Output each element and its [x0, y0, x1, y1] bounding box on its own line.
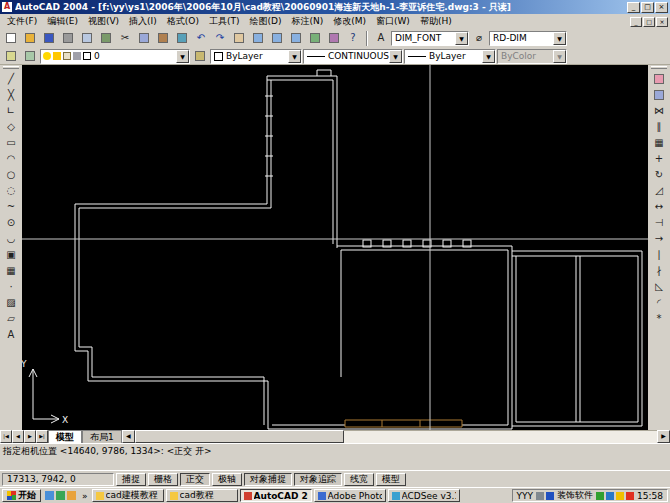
plot-button[interactable] — [59, 31, 77, 46]
combo-arrow-icon[interactable]: ▼ — [288, 50, 301, 63]
ellipse-arc-button[interactable]: ◡ — [2, 231, 20, 246]
pan-realtime-button[interactable] — [230, 31, 248, 46]
task-autocad[interactable]: AutoCAD 200... — [240, 489, 312, 502]
chamfer-button[interactable]: ◺ — [650, 279, 668, 294]
tray-green-app-icon[interactable] — [596, 492, 604, 500]
array-button[interactable]: ▦ — [650, 135, 668, 150]
combo-arrow-icon[interactable]: ▼ — [553, 32, 566, 45]
plot-preview-button[interactable] — [78, 31, 96, 46]
rectangle-button[interactable]: ▭ — [2, 135, 20, 150]
start-button[interactable]: 开始 — [2, 489, 41, 502]
quick-launch-chevron[interactable]: » — [80, 491, 90, 501]
toggle-ortho[interactable]: 正交 — [180, 473, 210, 486]
mdi-minimize-button[interactable]: _ — [630, 17, 642, 27]
circle-button[interactable]: ○ — [2, 167, 20, 182]
extend-button[interactable]: → — [650, 231, 668, 246]
task-adobe-photoshop[interactable]: Adobe Photo... — [314, 489, 386, 502]
region-button[interactable]: ▱ — [2, 311, 20, 326]
spline-button[interactable]: ~ — [2, 199, 20, 214]
fillet-button[interactable]: ◜ — [650, 295, 668, 310]
tab-layout1[interactable]: 布局1 — [82, 430, 122, 443]
linetype-combo[interactable]: CONTINUOUS ▼ — [303, 49, 403, 64]
construction-line-button[interactable]: ╳ — [2, 87, 20, 102]
layer-states-button[interactable] — [21, 49, 39, 64]
tab-nav-2[interactable]: ▶ — [24, 430, 36, 443]
undo-button[interactable]: ↶ — [192, 31, 210, 46]
layer-combo[interactable]: 0 ▼ — [40, 49, 190, 64]
properties-button[interactable] — [306, 31, 324, 46]
maximize-button[interactable]: □ — [641, 2, 654, 13]
scale-button[interactable]: ◿ — [650, 183, 668, 198]
hscrollbar-track[interactable] — [135, 430, 657, 443]
combo-arrow-icon[interactable]: ▼ — [176, 50, 189, 63]
toolbar-drag-handle[interactable] — [3, 66, 19, 69]
menu-modify[interactable]: 修改(M) — [328, 14, 371, 29]
toggle-osnap[interactable]: 对象捕捉 — [244, 473, 292, 486]
tab-nav-0[interactable]: |◀ — [0, 430, 12, 443]
publish-button[interactable] — [97, 31, 115, 46]
toggle-lineweight[interactable]: 线宽 — [344, 473, 374, 486]
line-button[interactable]: ╱ — [2, 71, 20, 86]
multiline-text-button[interactable]: A — [2, 327, 20, 342]
menu-draw[interactable]: 绘图(D) — [244, 14, 286, 29]
rotate-button[interactable]: ↻ — [650, 167, 668, 182]
menu-view[interactable]: 视图(V) — [83, 14, 124, 29]
menu-file[interactable]: 文件(F) — [2, 14, 42, 29]
text-style-combo[interactable]: DIM_FONT ▼ — [391, 31, 469, 46]
volume-icon[interactable] — [536, 492, 544, 500]
mdi-close-button[interactable]: × — [656, 17, 668, 27]
polyline-button[interactable]: ∟ — [2, 103, 20, 118]
scroll-left-arrow[interactable]: ◀ — [122, 430, 135, 443]
scroll-right-arrow[interactable]: ▶ — [657, 430, 670, 443]
explode-button[interactable]: * — [650, 311, 668, 326]
combo-arrow-icon[interactable]: ▼ — [482, 50, 495, 63]
break-at-point-button[interactable]: ∣ — [650, 247, 668, 262]
match-properties-button[interactable] — [173, 31, 191, 46]
move-button[interactable]: + — [650, 151, 668, 166]
tray-yellow-app-icon[interactable] — [616, 492, 624, 500]
menu-insert[interactable]: 插入(I) — [124, 14, 162, 29]
media-player-icon[interactable] — [67, 491, 76, 500]
menu-help[interactable]: 帮助(H) — [415, 14, 457, 29]
copy-object-button[interactable] — [650, 87, 668, 102]
text-style-button[interactable]: A — [372, 31, 390, 46]
stretch-button[interactable]: ↔ — [650, 199, 668, 214]
lineweight-combo[interactable]: ByLayer ▼ — [404, 49, 496, 64]
erase-button[interactable] — [650, 71, 668, 86]
color-combo[interactable]: ByLayer ▼ — [210, 49, 302, 64]
task-acdsee[interactable]: ACDSee v3.1... — [388, 489, 460, 502]
hscrollbar-thumb[interactable] — [135, 430, 344, 443]
menu-tools[interactable]: 工具(T) — [204, 14, 245, 29]
ellipse-button[interactable]: ⊙ — [2, 215, 20, 230]
menu-format[interactable]: 格式(O) — [162, 14, 204, 29]
toggle-otrack[interactable]: 对象追踪 — [294, 473, 342, 486]
zoom-realtime-button[interactable] — [249, 31, 267, 46]
toolbar-drag-handle[interactable] — [651, 66, 667, 69]
zoom-previous-button[interactable] — [287, 31, 305, 46]
break-button[interactable]: ∤ — [650, 263, 668, 278]
tray-red-app-icon[interactable] — [626, 492, 634, 500]
combo-arrow-icon[interactable]: ▼ — [389, 50, 402, 63]
copy-clip-button[interactable] — [135, 31, 153, 46]
toggle-grid[interactable]: 栅格 — [148, 473, 178, 486]
floor-plan-drawing[interactable]: YX — [22, 65, 648, 430]
redo-button[interactable]: ↷ — [211, 31, 229, 46]
design-center-button[interactable] — [325, 31, 343, 46]
save-button[interactable] — [40, 31, 58, 46]
toggle-model-space[interactable]: 模型 — [376, 473, 406, 486]
point-button[interactable]: · — [2, 279, 20, 294]
task-cad-tutorial[interactable]: cad教程 — [166, 489, 238, 502]
mdi-restore-button[interactable]: □ — [643, 17, 655, 27]
menu-window[interactable]: 窗口(W) — [371, 14, 415, 29]
open-button[interactable] — [21, 31, 39, 46]
layer-properties-manager-button[interactable] — [2, 49, 20, 64]
dim-style-combo[interactable]: RD-DIM ▼ — [489, 31, 567, 46]
trim-button[interactable]: ⊣ — [650, 215, 668, 230]
paste-button[interactable] — [154, 31, 172, 46]
help-button[interactable]: ? — [344, 31, 362, 46]
menu-dimension[interactable]: 标注(N) — [286, 14, 328, 29]
internet-explorer-icon[interactable] — [45, 491, 54, 500]
cut-button[interactable]: ✂ — [116, 31, 134, 46]
tab-model[interactable]: 模型 — [48, 430, 82, 443]
zoom-window-button[interactable] — [268, 31, 286, 46]
